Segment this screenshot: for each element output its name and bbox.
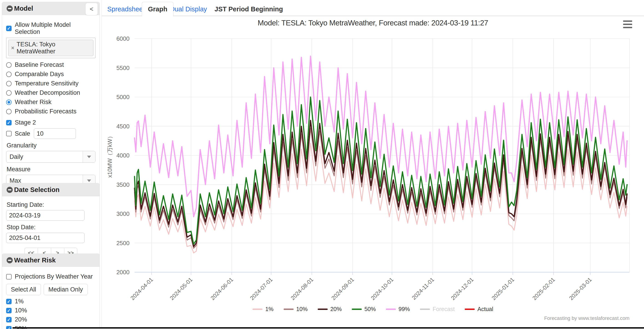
y-axis-tick-label: 2500 bbox=[116, 240, 130, 246]
radio-label: Baseline Forecast bbox=[15, 61, 64, 68]
model-tag-label: TESLA: Tokyo MetraWeather bbox=[16, 41, 90, 55]
chart-legend: 1%10%20%50%99%ForecastActual bbox=[102, 306, 644, 312]
sidebar: Model < ✓ Allow Multiple Model Selection… bbox=[0, 0, 102, 327]
date-panel-title: Date Selection bbox=[14, 186, 60, 194]
percent-checkbox-20%[interactable]: ✓ bbox=[6, 317, 12, 322]
y-axis-tick-label: 5500 bbox=[116, 64, 130, 71]
legend-label: Forecast bbox=[433, 306, 455, 312]
percent-checkbox-50%[interactable]: ✓ bbox=[6, 326, 12, 329]
chevron-down-icon[interactable] bbox=[83, 151, 95, 162]
weather-risk-buttons: Select All Median Only bbox=[6, 284, 96, 295]
y-axis-tick-label: 3000 bbox=[116, 210, 130, 217]
bottom-divider bbox=[12, 327, 644, 328]
x-axis-tick-label: 2024-12-01 bbox=[450, 276, 475, 301]
allow-multiple-label: Allow Multiple Model Selection bbox=[15, 21, 96, 36]
weather-panel-title: Weather Risk bbox=[14, 256, 56, 264]
x-axis-tick-label: 2024-06-01 bbox=[209, 276, 234, 301]
radio-baseline-forecast[interactable] bbox=[6, 62, 12, 68]
starting-date-label: Starting Date: bbox=[6, 201, 96, 208]
stage2-row: ✓ Stage 2 bbox=[6, 119, 96, 126]
y-axis-title: x10MW（万kW） bbox=[106, 133, 113, 178]
chart-credits: Forecasting by www.teslaforecast.com bbox=[544, 315, 630, 321]
legend-marker bbox=[252, 308, 262, 310]
granularity-label: Granularity bbox=[6, 142, 96, 149]
measure-label: Measure bbox=[6, 166, 96, 173]
scale-checkbox[interactable] bbox=[6, 131, 12, 136]
model-multiselect[interactable]: × TESLA: Tokyo MetraWeather bbox=[6, 38, 96, 58]
model-radio-list: Baseline Forecast Comparable Days Temper… bbox=[6, 61, 96, 115]
radio-label: Weather Risk bbox=[15, 98, 52, 106]
radio-label: Weather Decomposition bbox=[15, 89, 80, 96]
legend-item-20pct[interactable]: 20% bbox=[318, 306, 342, 312]
percent-label: 10% bbox=[15, 307, 27, 314]
projections-checkbox[interactable] bbox=[6, 274, 12, 280]
legend-item-50pct[interactable]: 50% bbox=[352, 306, 376, 312]
tab-graph[interactable]: Graph bbox=[142, 2, 174, 16]
allow-multiple-checkbox[interactable]: ✓ bbox=[6, 26, 12, 31]
model-radio-row: Probabilistic Forecasts bbox=[6, 108, 96, 115]
percent-checkbox-10%[interactable]: ✓ bbox=[6, 308, 12, 313]
legend-label: 10% bbox=[296, 306, 308, 312]
legend-label: 50% bbox=[364, 306, 376, 312]
percent-label: 20% bbox=[15, 316, 27, 323]
granularity-value: Daily bbox=[6, 151, 83, 162]
legend-label: 1% bbox=[265, 306, 273, 312]
projections-label: Projections By Weather Year bbox=[15, 273, 93, 280]
collapse-minus-icon[interactable] bbox=[6, 187, 13, 193]
model-radio-row: Temperature Sensitivity bbox=[6, 80, 96, 87]
percent-row: ✓ 20% bbox=[6, 316, 96, 323]
legend-marker bbox=[318, 308, 328, 310]
x-axis-tick-label: 2024-11-01 bbox=[410, 276, 436, 301]
radio-temperature-sensitivity[interactable] bbox=[6, 81, 12, 86]
legend-item-10pct[interactable]: 10% bbox=[284, 306, 308, 312]
percent-label: 1% bbox=[15, 298, 24, 305]
radio-probabilistic-forecasts[interactable] bbox=[6, 109, 12, 114]
allow-multiple-row: ✓ Allow Multiple Model Selection bbox=[6, 21, 96, 36]
granularity-dropdown[interactable]: Daily bbox=[6, 151, 96, 163]
legend-marker bbox=[352, 308, 362, 310]
scale-input[interactable] bbox=[34, 128, 76, 139]
weather-panel-header[interactable]: Weather Risk bbox=[2, 254, 100, 267]
percent-row: ✓ 10% bbox=[6, 307, 96, 314]
y-axis-tick-label: 4500 bbox=[116, 123, 130, 130]
legend-label: 20% bbox=[330, 306, 342, 312]
radio-weather-risk[interactable] bbox=[6, 100, 12, 105]
collapse-minus-icon[interactable] bbox=[6, 6, 13, 12]
legend-item-actual[interactable]: Actual bbox=[465, 306, 493, 312]
radio-comparable-days[interactable] bbox=[6, 72, 12, 77]
model-radio-row: Comparable Days bbox=[6, 71, 96, 78]
stage2-checkbox[interactable]: ✓ bbox=[6, 120, 12, 126]
radio-label: Probabilistic Forecasts bbox=[15, 108, 76, 115]
stop-date-input[interactable] bbox=[6, 233, 84, 243]
sidebar-collapse-button[interactable]: < bbox=[86, 3, 98, 15]
scale-row: Scale bbox=[6, 128, 96, 139]
percent-checkbox-1%[interactable]: ✓ bbox=[6, 299, 12, 304]
radio-label: Temperature Sensitivity bbox=[15, 80, 79, 87]
radio-weather-decomposition[interactable] bbox=[6, 90, 12, 96]
legend-marker bbox=[284, 308, 294, 310]
select-all-button[interactable]: Select All bbox=[6, 284, 41, 295]
legend-item-99pct[interactable]: 99% bbox=[386, 306, 410, 312]
date-selection-panel: Date Selection Starting Date: Stop Date:… bbox=[2, 183, 100, 263]
model-radio-row: Weather Decomposition bbox=[6, 89, 96, 96]
x-axis-tick-label: 2024-05-01 bbox=[168, 276, 194, 301]
median-only-button[interactable]: Median Only bbox=[44, 284, 88, 295]
x-axis-tick-label: 2025-02-01 bbox=[531, 276, 556, 301]
remove-tag-icon[interactable]: × bbox=[11, 45, 14, 51]
projections-row: Projections By Weather Year bbox=[6, 273, 96, 280]
model-radio-row: Weather Risk bbox=[6, 98, 96, 106]
legend-item-1pct[interactable]: 1% bbox=[252, 306, 273, 312]
x-axis-tick-label: 2024-04-01 bbox=[129, 276, 154, 301]
chart-plot: 2000250030003500400045005000550060002024… bbox=[102, 0, 644, 329]
y-axis-tick-label: 2000 bbox=[116, 269, 130, 276]
x-axis-tick-label: 2025-03-01 bbox=[568, 276, 593, 301]
date-panel-header[interactable]: Date Selection bbox=[2, 183, 100, 196]
x-axis-tick-label: 2024-08-01 bbox=[290, 276, 314, 301]
starting-date-input[interactable] bbox=[6, 210, 84, 220]
y-axis-tick-label: 5000 bbox=[116, 94, 130, 100]
model-panel-header[interactable]: Model < bbox=[2, 2, 100, 15]
legend-item-forecast[interactable]: Forecast bbox=[420, 306, 455, 312]
collapse-minus-icon[interactable] bbox=[6, 257, 13, 263]
model-tag: × TESLA: Tokyo MetraWeather bbox=[8, 40, 94, 56]
model-panel: Model < ✓ Allow Multiple Model Selection… bbox=[2, 2, 100, 207]
